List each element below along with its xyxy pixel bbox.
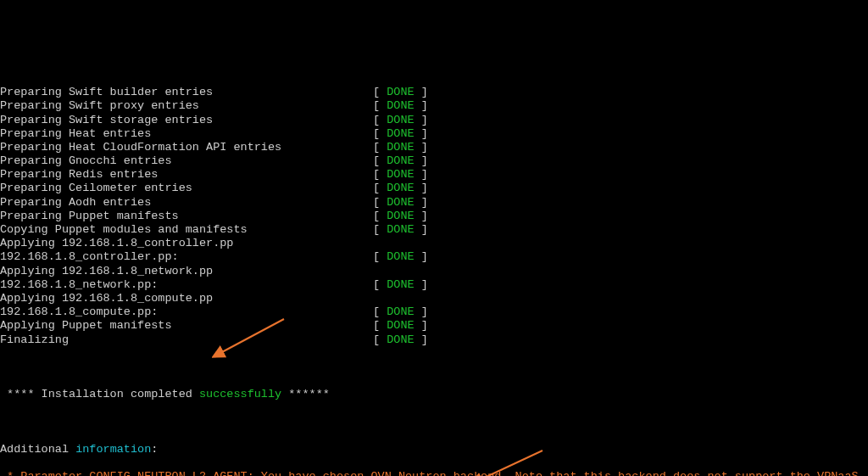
status-done: DONE [387,210,414,222]
status-label: Preparing Swift storage entries [0,114,373,127]
status-label: Preparing Swift proxy entries [0,99,373,113]
status-label: Preparing Swift builder entries [0,86,373,99]
blank-line [0,361,868,374]
status-row: Applying Puppet manifests[ DONE ] [0,319,868,333]
status-label: Preparing Ceilometer entries [0,182,373,195]
status-done: DONE [387,114,414,126]
status-done: DONE [387,223,414,236]
status-label: Preparing Aodh entries [0,196,373,210]
status-label: Preparing Heat entries [0,127,373,141]
status-row: Preparing Ceilometer entries[ DONE ] [0,182,868,195]
status-label: Applying 192.168.1.8_controller.pp [0,237,373,250]
status-done: DONE [387,250,414,263]
status-row: Preparing Swift storage entries[ DONE ] [0,114,868,127]
status-row: Applying 192.168.1.8_controller.pp [0,237,868,250]
blank-line [0,416,868,429]
status-row: 192.168.1.8_network.pp:[ DONE ] [0,278,868,292]
neutron-warning-line1: * Parameter CONFIG_NEUTRON_L2_AGENT: You… [0,470,868,476]
status-label: Preparing Heat CloudFormation API entrie… [0,141,373,154]
additional-info-heading: Additional information: [0,443,868,456]
status-label: Applying 192.168.1.8_compute.pp [0,292,373,305]
status-row: Preparing Heat CloudFormation API entrie… [0,141,868,154]
status-row: 192.168.1.8_controller.pp:[ DONE ] [0,250,868,264]
status-row: Preparing Gnocchi entries[ DONE ] [0,154,868,168]
status-row: Preparing Puppet manifests[ DONE ] [0,210,868,223]
status-row: Finalizing[ DONE ] [0,333,868,347]
status-done: DONE [387,182,414,194]
status-label: 192.168.1.8_compute.pp: [0,305,373,319]
status-done: DONE [387,99,414,112]
status-label: Copying Puppet modules and manifests [0,223,373,237]
status-label: Preparing Gnocchi entries [0,154,373,168]
status-done: DONE [387,154,414,167]
status-label: Finalizing [0,333,373,347]
terminal[interactable]: Preparing Swift builder entries[ DONE ]P… [0,69,868,476]
status-label: Preparing Redis entries [0,168,373,182]
status-row: 192.168.1.8_compute.pp:[ DONE ] [0,305,868,319]
status-lines: Preparing Swift builder entries[ DONE ]P… [0,86,868,347]
status-row: Preparing Heat entries[ DONE ] [0,127,868,141]
status-done: DONE [387,141,414,154]
status-done: DONE [387,305,414,318]
status-done: DONE [387,319,414,332]
status-done: DONE [387,86,414,98]
status-done: DONE [387,278,414,291]
install-complete-line: **** Installation completed successfully… [0,388,868,401]
status-row: Applying 192.168.1.8_compute.pp [0,292,868,305]
status-done: DONE [387,168,414,181]
status-row: Applying 192.168.1.8_network.pp [0,265,868,278]
status-label: Applying 192.168.1.8_network.pp [0,265,373,278]
status-done: DONE [387,333,414,346]
status-label: 192.168.1.8_network.pp: [0,278,373,292]
status-row: Preparing Swift builder entries[ DONE ] [0,86,868,99]
status-done: DONE [387,196,414,209]
status-row: Copying Puppet modules and manifests[ DO… [0,223,868,237]
status-done: DONE [387,127,414,140]
status-row: Preparing Swift proxy entries[ DONE ] [0,99,868,113]
status-label: Preparing Puppet manifests [0,210,373,223]
status-row: Preparing Aodh entries[ DONE ] [0,196,868,210]
success-word: successfully [199,388,281,400]
status-label: Applying Puppet manifests [0,319,373,333]
status-row: Preparing Redis entries[ DONE ] [0,168,868,182]
status-label: 192.168.1.8_controller.pp: [0,250,373,264]
